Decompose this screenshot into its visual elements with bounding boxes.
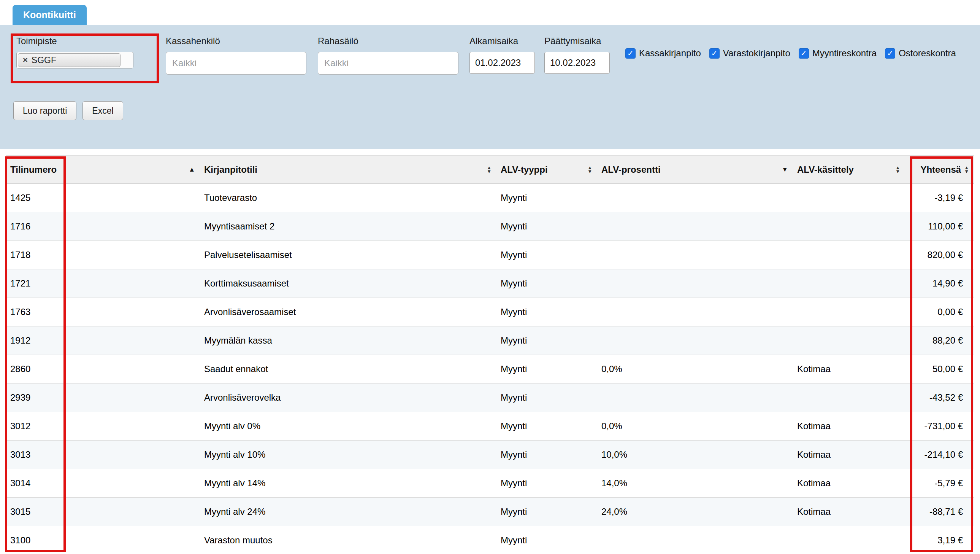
checkbox-kassakirjanpito[interactable]: ✓ Kassakirjanpito [625, 48, 701, 59]
table-cell: -214,10 € [905, 441, 974, 469]
table-row: 2939ArvonlisäverovelkaMyynti-43,52 € [6, 383, 974, 412]
table-cell: 3013 [6, 441, 67, 469]
column-header-alv-käsittely[interactable]: ALV-käsittely▲▼ [792, 156, 905, 184]
table-cell: Arvonlisäverosaamiset [200, 298, 496, 326]
table-cell [597, 326, 792, 355]
paattymisaika-input[interactable] [544, 52, 610, 74]
table-cell: 2860 [6, 355, 67, 383]
table-cell: Myynti [496, 441, 597, 469]
kassahenkilo-filter-group: Kassahenkilö [166, 36, 306, 75]
alkamisaika-input[interactable] [469, 52, 535, 74]
checkbox-checked-icon[interactable]: ✓ [885, 48, 895, 59]
checkbox-checked-icon[interactable]: ✓ [625, 48, 636, 59]
table-cell: Myynti [496, 355, 597, 383]
table-cell: -3,19 € [905, 184, 974, 212]
report-table-wrap: Tilinumero▲Kirjanpitotili▲▼ALV-tyyppi▲▼A… [6, 155, 974, 554]
table-cell: 3100 [6, 526, 67, 554]
table-row: 1721KorttimaksusaamisetMyynti14,90 € [6, 270, 974, 298]
checkbox-myyntireskontra[interactable]: ✓ Myyntireskontra [799, 48, 877, 59]
checkbox-ostoreskontra[interactable]: ✓ Ostoreskontra [885, 48, 956, 59]
table-cell: 110,00 € [905, 212, 974, 241]
table-cell: Kotimaa [792, 441, 905, 469]
table-cell: 1912 [6, 326, 67, 355]
sort-both-icon: ▲▼ [587, 166, 592, 174]
checkbox-checked-icon[interactable]: ✓ [710, 48, 720, 59]
excel-button[interactable]: Excel [83, 101, 123, 120]
paattymisaika-label: Päättymisaika [544, 36, 610, 46]
alkamisaika-filter-group: Alkamisaika [469, 36, 535, 74]
table-cell: 1425 [6, 184, 67, 212]
column-header-alv-prosentti[interactable]: ALV-prosentti▼ [597, 156, 792, 184]
table-cell [597, 184, 792, 212]
table-cell [792, 526, 905, 554]
table-cell: 1721 [6, 270, 67, 298]
table-cell [597, 212, 792, 241]
column-header-tilinumero[interactable]: Tilinumero [6, 156, 67, 184]
rahasailo-label: Rahasäilö [318, 36, 458, 46]
table-cell: 10,0% [597, 441, 792, 469]
table-cell: 0,00 € [905, 298, 974, 326]
table-cell: Myynti [496, 298, 597, 326]
table-cell [67, 355, 200, 383]
table-cell [67, 298, 200, 326]
paattymisaika-filter-group: Päättymisaika [544, 36, 610, 74]
checkbox-label: Ostoreskontra [899, 48, 956, 59]
tag-label: SGGF [32, 55, 56, 65]
column-label: ALV-prosentti [601, 164, 661, 175]
toimipiste-select[interactable]: × SGGF [16, 52, 134, 69]
table-cell: Myynti alv 10% [200, 441, 496, 469]
table-cell: Myynti [496, 212, 597, 241]
table-cell [597, 241, 792, 270]
table-cell [67, 498, 200, 526]
table-cell: Myynti [496, 498, 597, 526]
table-cell: Myynti alv 24% [200, 498, 496, 526]
kassahenkilo-input[interactable] [166, 52, 306, 75]
table-cell: Varaston muutos [200, 526, 496, 554]
rahasailo-input[interactable] [318, 52, 458, 75]
table-cell [792, 212, 905, 241]
table-cell: 0,0% [597, 412, 792, 441]
table-cell: -5,79 € [905, 469, 974, 498]
koontikuitti-page: Koontikuitti Toimipiste × SGGF Kassahenk… [0, 0, 980, 554]
table-cell: Myynti [496, 270, 597, 298]
table-cell [67, 241, 200, 270]
table-cell [792, 326, 905, 355]
table-cell [597, 270, 792, 298]
checkbox-checked-icon[interactable]: ✓ [799, 48, 809, 59]
tab-bar: Koontikuitti [0, 0, 980, 25]
table-cell: Kotimaa [792, 498, 905, 526]
tab-koontikuitti[interactable]: Koontikuitti [13, 5, 87, 25]
toimipiste-filter-group: Toimipiste × SGGF [16, 36, 134, 69]
table-cell: Myynti [496, 241, 597, 270]
checkbox-label: Kassakirjanpito [639, 48, 701, 59]
table-cell [792, 298, 905, 326]
column-header-yhteensä[interactable]: Yhteensä▲▼ [905, 156, 974, 184]
remove-tag-icon[interactable]: × [23, 56, 28, 64]
table-cell: Myynti [496, 412, 597, 441]
table-cell: 1763 [6, 298, 67, 326]
table-cell [792, 184, 905, 212]
table-cell: Kotimaa [792, 412, 905, 441]
table-cell: Myynti alv 14% [200, 469, 496, 498]
column-header-kirjanpitotili[interactable]: Kirjanpitotili▲▼ [200, 156, 496, 184]
table-cell [67, 212, 200, 241]
table-cell: 2939 [6, 383, 67, 412]
table-cell: Myynti alv 0% [200, 412, 496, 441]
table-cell: -88,71 € [905, 498, 974, 526]
table-row: 1763ArvonlisäverosaamisetMyynti0,00 € [6, 298, 974, 326]
table-header-row: Tilinumero▲Kirjanpitotili▲▼ALV-tyyppi▲▼A… [6, 156, 974, 184]
checkbox-varastokirjanpito[interactable]: ✓ Varastokirjanpito [710, 48, 790, 59]
kassahenkilo-label: Kassahenkilö [166, 36, 306, 46]
report-table: Tilinumero▲Kirjanpitotili▲▼ALV-tyyppi▲▼A… [6, 155, 974, 554]
create-report-button[interactable]: Luo raportti [13, 101, 76, 120]
column-header-unnamed[interactable]: ▲ [67, 156, 200, 184]
column-header-alv-tyyppi[interactable]: ALV-tyyppi▲▼ [496, 156, 597, 184]
table-cell [67, 526, 200, 554]
table-body: 1425TuotevarastoMyynti-3,19 €1716Myyntis… [6, 184, 974, 554]
sort-both-icon: ▲▼ [895, 166, 900, 174]
table-cell: 3014 [6, 469, 67, 498]
table-cell: Myynti [496, 469, 597, 498]
table-cell: 24,0% [597, 498, 792, 526]
table-cell: 1716 [6, 212, 67, 241]
table-cell: Myymälän kassa [200, 326, 496, 355]
